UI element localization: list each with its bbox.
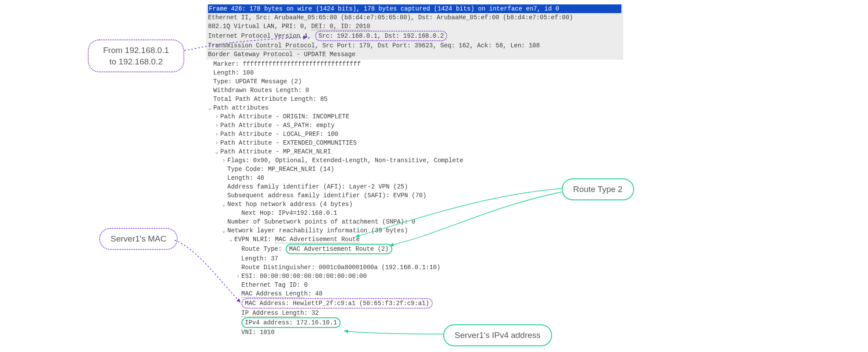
bgp-line[interactable]: Border Gateway Protocol - UPDATE Message <box>208 50 621 59</box>
typecode-line[interactable]: Type Code: MP_REACH_NLRI (14) <box>206 165 623 174</box>
chevron-right-icon[interactable]: › <box>215 121 220 130</box>
mac-oval: MAC Address: HewlettP_2f:c9:a1 (50:65:f3… <box>241 298 433 309</box>
afi-line[interactable]: Address family identifier (AFI): Layer-2… <box>206 182 623 191</box>
length-line[interactable]: Length: 108 <box>206 68 623 77</box>
ethernet-line[interactable]: Ethernet II, Src: ArubaaHe_05:65:80 (b8:… <box>208 13 621 22</box>
ip-line[interactable]: Internet Protocol Version 4, Src: 192.16… <box>208 31 621 41</box>
chevron-right-icon[interactable]: › <box>215 139 220 147</box>
vni-line[interactable]: VNI: 1010 <box>206 328 623 337</box>
callout-server1-ipv4: Server1's IPv4 address <box>443 324 552 346</box>
chevron-right-icon[interactable]: › <box>215 112 220 121</box>
route-type-oval: MAC Advertisement Route (2) <box>286 244 392 254</box>
vlan-line[interactable]: 802.1Q Virtual LAN, PRI: 0, DEI: 0, ID: … <box>208 22 621 31</box>
safi-line[interactable]: Subsequent address family identifier (SA… <box>206 191 623 200</box>
ipal-line[interactable]: IP Address Length: 32 <box>206 309 623 317</box>
vlan-dei-id: DEI: 0, ID: 2010 <box>311 23 370 30</box>
pa-localpref-line[interactable]: ›Path Attribute - LOCAL_PREF: 100 <box>206 130 623 139</box>
nexthop-line[interactable]: Next Hop: IPv4=192.168.0.1 <box>206 209 623 217</box>
callout-from-to: From 192.168.0.1 to 192.168.0.2 <box>88 39 184 72</box>
ipv4-oval: IPv4 address: 172.16.10.1 <box>241 317 341 328</box>
packet-tree: Frame 426: 178 bytes on wire (1424 bits)… <box>206 4 623 337</box>
pa-mpreach-line[interactable]: ⌄Path Attribute - MP_REACH_NLRI <box>206 147 623 156</box>
type-line[interactable]: Type: UPDATE Message (2) <box>206 77 623 86</box>
frame-line[interactable]: Frame 426: 178 bytes on wire (1424 bits)… <box>208 4 621 13</box>
pa-origin-line[interactable]: ›Path Attribute - ORIGIN: INCOMPLETE <box>206 112 623 121</box>
chevron-right-icon[interactable]: › <box>215 130 220 139</box>
nhna-line[interactable]: ⌄Next hop network address (4 bytes) <box>206 200 623 209</box>
len48-line[interactable]: Length: 48 <box>206 174 623 182</box>
nlri-line[interactable]: ⌄Network layer reachability information … <box>206 226 623 235</box>
chevron-right-icon[interactable]: › <box>222 156 227 165</box>
summary-block: Frame 426: 178 bytes on wire (1424 bits)… <box>206 4 623 60</box>
callout-route-type-2: Route Type 2 <box>562 178 634 200</box>
tpal-line[interactable]: Total Path Attribute Length: 85 <box>206 95 623 103</box>
rd-line[interactable]: Route Distinguisher: 0001c0a80001000a (1… <box>206 263 623 272</box>
withdrawn-line[interactable]: Withdrawn Routes Length: 0 <box>206 86 623 95</box>
chevron-down-icon[interactable]: ⌄ <box>222 200 227 209</box>
evpn-nlri-label: MAC Advertisement Route <box>275 236 359 243</box>
pa-aspath-line[interactable]: ›Path Attribute - AS_PATH: empty <box>206 121 623 130</box>
marker-line[interactable]: Marker: ffffffffffffffffffffffffffffffff <box>206 60 623 68</box>
ip-src-dst-oval: Src: 192.168.0.1, Dst: 192.168.0.2 <box>315 31 448 41</box>
callout-server1-mac: Server1's MAC <box>99 228 178 250</box>
chevron-down-icon[interactable]: ⌄ <box>208 103 213 112</box>
route-type-line[interactable]: Route Type: MAC Advertisement Route (2) <box>206 244 623 254</box>
snpa-line[interactable]: Number of Subnetwork points of attachmen… <box>206 217 623 226</box>
macal-line[interactable]: MAC Address Length: 48 <box>206 289 623 298</box>
esi-line[interactable]: ›ESI: 00:00:00:00:00:00:00:00:00:00 <box>206 272 623 281</box>
ipv4-line[interactable]: IPv4 address: 172.16.10.1 <box>206 317 623 328</box>
chevron-down-icon[interactable]: ⌄ <box>222 226 227 235</box>
len37-line[interactable]: Length: 37 <box>206 254 623 263</box>
evpn-nlri-line[interactable]: ⌄EVPN NLRI: MAC Advertisement Route <box>206 235 623 244</box>
etag-line[interactable]: Ethernet Tag ID: 0 <box>206 281 623 289</box>
flags-line[interactable]: ›Flags: 0x90, Optional, Extended-Length,… <box>206 156 623 165</box>
chevron-right-icon[interactable]: › <box>236 272 241 281</box>
mac-line[interactable]: MAC Address: HewlettP_2f:c9:a1 (50:65:f3… <box>206 298 623 309</box>
tcp-line[interactable]: Transmission Control Protocol, Src Port:… <box>208 41 621 50</box>
chevron-down-icon[interactable]: ⌄ <box>229 235 234 244</box>
pa-extcomm-line[interactable]: ›Path Attribute - EXTENDED_COMMUNITIES <box>206 139 623 147</box>
chevron-down-icon[interactable]: ⌄ <box>215 147 220 156</box>
pathattr-line[interactable]: ⌄Path attributes <box>206 103 623 112</box>
